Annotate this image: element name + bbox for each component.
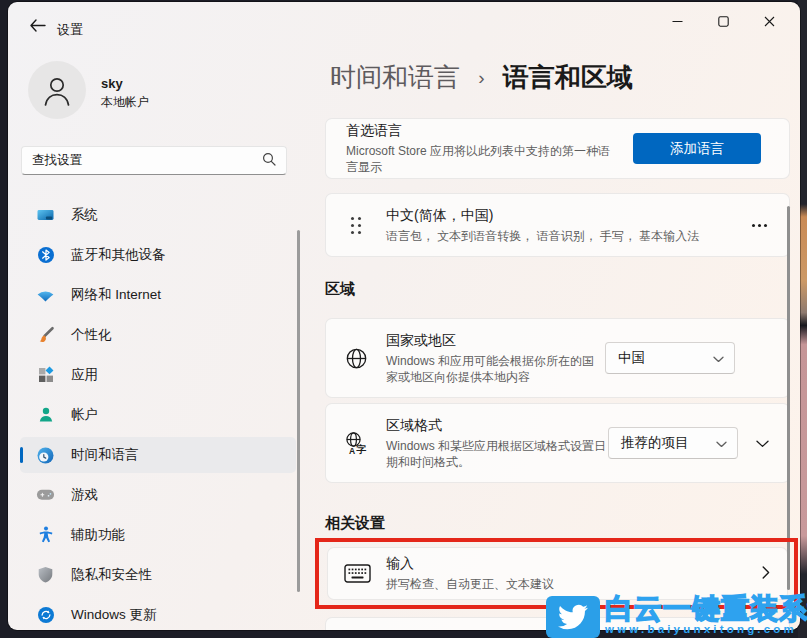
sidebar-item-label: 系统 xyxy=(71,206,98,224)
screenshot-root: 设置 sky 本地帐户 查找设置 xyxy=(0,0,807,638)
sidebar-item-accounts[interactable]: 帐户 xyxy=(20,397,296,433)
sidebar-item-windows-update[interactable]: Windows 更新 xyxy=(20,597,296,630)
page-title: 语言和区域 xyxy=(503,62,633,92)
sidebar-item-label: 隐私和安全性 xyxy=(71,566,152,584)
country-card: 国家或地区 Windows 和应用可能会根据你所在的国家或地区向你提供本地内容 … xyxy=(325,318,790,398)
window-controls xyxy=(654,2,792,42)
preferred-language-description: Microsoft Store 应用将以此列表中支持的第一种语言显示 xyxy=(346,143,618,175)
search-icon[interactable] xyxy=(262,152,276,170)
related-settings-header: 相关设置 xyxy=(325,514,385,533)
sidebar-item-label: 辅助功能 xyxy=(71,526,125,544)
sidebar-item-network[interactable]: 网络和 Internet xyxy=(20,277,296,313)
regional-format-dropdown-value: 推荐的项目 xyxy=(621,434,716,452)
bluetooth-icon xyxy=(36,246,55,265)
svg-text:字: 字 xyxy=(356,443,367,455)
watermark-bird-icon xyxy=(546,596,600,638)
sidebar-item-privacy[interactable]: 隐私和安全性 xyxy=(20,557,296,593)
sidebar-item-time-language[interactable]: 时间和语言 xyxy=(20,437,296,473)
accessibility-icon xyxy=(36,526,55,545)
titlebar: 设置 xyxy=(8,2,800,48)
watermark: 白云一键重装系统 www.baiyunxitong.com xyxy=(546,596,807,638)
personalization-icon xyxy=(36,326,55,345)
watermark-brand: 白云一键重装系统 xyxy=(605,596,807,622)
country-title: 国家或地区 xyxy=(386,332,605,350)
watermark-url: www.baiyunxitong.com xyxy=(605,623,807,635)
privacy-icon xyxy=(36,566,55,585)
close-icon[interactable] xyxy=(746,2,792,40)
sidebar-item-label: 时间和语言 xyxy=(71,446,139,464)
language-item-subtitle: 语言包， 文本到语音转换， 语音识别， 手写， 基本输入法 xyxy=(386,228,752,244)
sidebar-item-accessibility[interactable]: 辅助功能 xyxy=(20,517,296,553)
svg-text:A: A xyxy=(349,446,355,456)
input-settings-text: 输入 拼写检查、自动更正、文本建议 xyxy=(386,555,762,592)
sidebar-item-personalization[interactable]: 个性化 xyxy=(20,317,296,353)
windows-update-icon xyxy=(36,606,55,625)
search-placeholder: 查找设置 xyxy=(32,152,262,169)
preferred-language-card: 首选语言 Microsoft Store 应用将以此列表中支持的第一种语言显示 … xyxy=(325,118,790,179)
time-language-icon xyxy=(36,446,55,465)
network-icon xyxy=(36,286,55,305)
input-settings-title: 输入 xyxy=(386,555,762,573)
expand-chevron-icon[interactable] xyxy=(756,434,769,452)
system-icon xyxy=(36,206,55,225)
apps-icon xyxy=(36,366,55,385)
region-section-header: 区域 xyxy=(325,280,355,299)
breadcrumb-parent[interactable]: 时间和语言 xyxy=(330,62,460,92)
sidebar-item-label: 蓝牙和其他设备 xyxy=(71,246,166,264)
sidebar: sky 本地帐户 查找设置 系统 xyxy=(8,48,308,630)
user-account-type: 本地帐户 xyxy=(101,94,149,111)
regional-format-title: 区域格式 xyxy=(386,417,608,435)
sidebar-item-apps[interactable]: 应用 xyxy=(20,357,296,393)
sidebar-item-system[interactable]: 系统 xyxy=(20,197,296,233)
more-options-icon[interactable] xyxy=(752,224,767,227)
sidebar-item-label: 应用 xyxy=(71,366,98,384)
sidebar-nav: 系统 蓝牙和其他设备 网络和 Internet xyxy=(20,197,296,630)
watermark-text: 白云一键重装系统 www.baiyunxitong.com xyxy=(605,596,807,638)
settings-window: 设置 sky 本地帐户 查找设置 xyxy=(8,2,800,630)
language-item-text: 中文(简体，中国) 语言包， 文本到语音转换， 语音识别， 手写， 基本输入法 xyxy=(386,207,752,244)
breadcrumb: 时间和语言 › 语言和区域 xyxy=(330,60,633,95)
drag-handle-icon[interactable] xyxy=(326,217,386,234)
back-icon[interactable] xyxy=(26,18,48,36)
regional-format-dropdown[interactable]: 推荐的项目 xyxy=(608,427,738,459)
chevron-right-icon xyxy=(762,565,770,583)
main-scrollbar[interactable] xyxy=(787,206,790,590)
sidebar-item-bluetooth[interactable]: 蓝牙和其他设备 xyxy=(20,237,296,273)
chevron-down-icon xyxy=(713,349,724,367)
language-item-title: 中文(简体，中国) xyxy=(386,207,752,225)
regional-format-icon: 字A xyxy=(326,431,386,455)
country-dropdown-value: 中国 xyxy=(618,349,713,367)
maximize-icon[interactable] xyxy=(700,2,746,40)
add-language-button[interactable]: 添加语言 xyxy=(633,133,761,164)
gaming-icon xyxy=(36,486,55,505)
accounts-icon xyxy=(36,406,55,425)
regional-format-description: Windows 和某些应用根据区域格式设置日期和时间格式。 xyxy=(386,438,608,470)
globe-icon xyxy=(326,347,386,370)
sidebar-item-label: 网络和 Internet xyxy=(71,286,161,304)
window-title: 设置 xyxy=(57,21,83,39)
country-description: Windows 和应用可能会根据你所在的国家或地区向你提供本地内容 xyxy=(386,353,605,385)
avatar[interactable] xyxy=(28,61,86,119)
sidebar-item-label: 游戏 xyxy=(71,486,98,504)
main-content: 时间和语言 › 语言和区域 首选语言 Microsoft Store 应用将以此… xyxy=(308,48,800,630)
language-item-card[interactable]: 中文(简体，中国) 语言包， 文本到语音转换， 语音识别， 手写， 基本输入法 xyxy=(325,193,790,257)
sidebar-item-label: 个性化 xyxy=(71,326,112,344)
sidebar-item-label: Windows 更新 xyxy=(71,606,157,624)
input-settings-subtitle: 拼写检查、自动更正、文本建议 xyxy=(386,576,762,592)
preferred-language-text: 首选语言 Microsoft Store 应用将以此列表中支持的第一种语言显示 xyxy=(326,122,633,175)
sidebar-scrollbar[interactable] xyxy=(297,230,300,592)
search-input[interactable]: 查找设置 xyxy=(21,146,287,175)
regional-format-card: 字A 区域格式 Windows 和某些应用根据区域格式设置日期和时间格式。 推荐… xyxy=(325,403,790,483)
minimize-icon[interactable] xyxy=(654,2,700,40)
keyboard-icon xyxy=(328,564,386,583)
breadcrumb-separator-icon: › xyxy=(478,67,484,88)
sidebar-item-gaming[interactable]: 游戏 xyxy=(20,477,296,513)
chevron-down-icon xyxy=(716,434,727,452)
preferred-language-title: 首选语言 xyxy=(346,122,633,140)
country-dropdown[interactable]: 中国 xyxy=(605,342,735,374)
country-text: 国家或地区 Windows 和应用可能会根据你所在的国家或地区向你提供本地内容 xyxy=(386,332,605,385)
sidebar-item-label: 帐户 xyxy=(71,406,98,424)
user-name: sky xyxy=(101,76,123,91)
regional-format-text: 区域格式 Windows 和某些应用根据区域格式设置日期和时间格式。 xyxy=(386,417,608,470)
